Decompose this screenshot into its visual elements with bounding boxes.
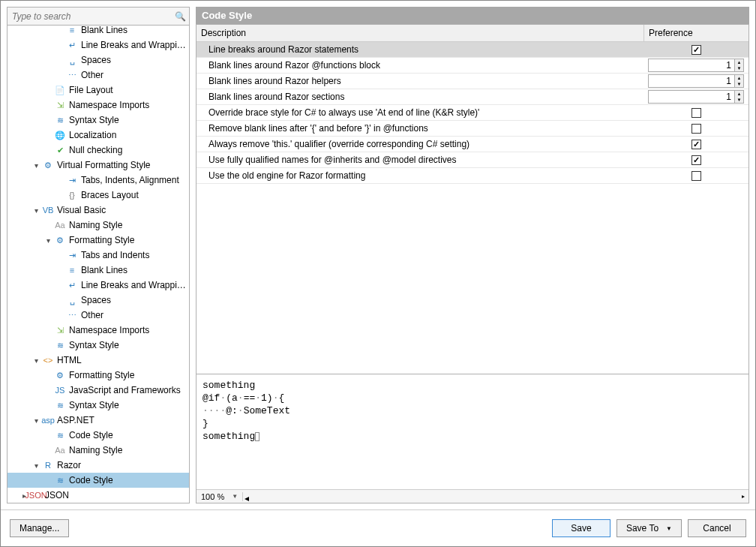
- checkbox[interactable]: [692, 155, 701, 165]
- tree-item[interactable]: ↵Line Breaks and Wrapping: [8, 278, 189, 293]
- row-pref: [644, 45, 748, 55]
- node-icon: ⇲: [54, 324, 66, 336]
- hscroll-left-icon[interactable]: ◂: [244, 493, 252, 500]
- node-icon: ␣: [66, 54, 78, 66]
- number-spinner[interactable]: ▲▼: [648, 59, 744, 72]
- node-icon: VB: [42, 204, 54, 216]
- grid-row[interactable]: Remove blank lines after '{' and before …: [196, 121, 748, 137]
- grid-row[interactable]: Blank lines around Razor @functions bloc…: [196, 58, 748, 74]
- collapse-icon[interactable]: ▾: [32, 416, 40, 425]
- tree-label: Other: [81, 310, 104, 320]
- tree-item[interactable]: ▾<>HTML: [8, 353, 189, 368]
- node-icon: ⚙: [54, 369, 66, 381]
- zoom-dropdown[interactable]: 100 % ▼: [196, 492, 243, 501]
- tree-item[interactable]: ⇲Namespace Imports: [8, 323, 189, 338]
- checkbox[interactable]: [692, 171, 701, 181]
- node-icon: ⋯: [66, 69, 78, 81]
- node-icon: 🌐: [54, 129, 66, 141]
- checkbox[interactable]: [692, 124, 701, 134]
- tree-item[interactable]: ≋Syntax Style: [8, 338, 189, 353]
- collapse-icon[interactable]: ▾: [32, 461, 40, 470]
- grid-row[interactable]: Blank lines around Razor sections▲▼: [196, 89, 748, 105]
- grid-row[interactable]: Always remove 'this.' qualifier (overrid…: [196, 137, 748, 152]
- tree-item[interactable]: ≡Blank Lines: [8, 26, 189, 38]
- tree-item[interactable]: ⇲Namespace Imports: [8, 98, 189, 113]
- search-icon[interactable]: 🔍: [172, 9, 188, 24]
- tree-item[interactable]: ≡Blank Lines: [8, 263, 189, 278]
- search-box: 🔍: [8, 8, 189, 26]
- tree-item[interactable]: 📄File Layout: [8, 83, 189, 98]
- nav-tree[interactable]: ≡Blank Lines↵Line Breaks and Wrapping␣Sp…: [8, 26, 189, 503]
- spinner-input[interactable]: [649, 91, 734, 103]
- tree-item[interactable]: ⋯Other: [8, 308, 189, 323]
- grid-row[interactable]: Blank lines around Razor helpers▲▼: [196, 74, 748, 89]
- save-button[interactable]: Save: [552, 519, 610, 537]
- grid-row[interactable]: Override brace style for C# to always us…: [196, 105, 748, 121]
- checkbox[interactable]: [692, 108, 701, 118]
- spinner-up[interactable]: ▲: [735, 59, 743, 65]
- row-pref: [644, 140, 748, 149]
- collapse-icon[interactable]: ▾: [32, 206, 40, 215]
- node-icon: R: [42, 459, 54, 471]
- spinner-up[interactable]: ▲: [735, 91, 743, 97]
- cancel-button[interactable]: Cancel: [688, 519, 746, 537]
- tree-item[interactable]: ▾RRazor: [8, 458, 189, 473]
- tree-item[interactable]: ↵Line Breaks and Wrapping: [8, 38, 189, 53]
- tree-item[interactable]: ␣Spaces: [8, 293, 189, 308]
- tree-item[interactable]: ⋯Other: [8, 68, 189, 83]
- col-header-pref[interactable]: Preference: [644, 25, 748, 41]
- node-icon: ↵: [66, 279, 78, 291]
- tree-item[interactable]: ▾VBVisual Basic: [8, 203, 189, 218]
- spinner-input[interactable]: [649, 75, 734, 87]
- tree-label: Namespace Imports: [69, 325, 149, 335]
- row-desc: Blank lines around Razor helpers: [196, 76, 644, 86]
- search-input[interactable]: [8, 9, 172, 24]
- grid-row[interactable]: Line breaks around Razor statements: [196, 42, 748, 58]
- node-icon: ⋯: [66, 309, 78, 321]
- tree-item[interactable]: AaNaming Style: [8, 443, 189, 458]
- spinner-down[interactable]: ▼: [735, 65, 743, 71]
- tree-item[interactable]: {}Braces Layout: [8, 188, 189, 203]
- collapse-icon[interactable]: ▾: [32, 161, 40, 170]
- tree-item[interactable]: ≋Code Style: [8, 428, 189, 443]
- right-panel: Code Style Description Preference Line b…: [196, 7, 749, 503]
- tree-item[interactable]: ▾aspASP.NET: [8, 413, 189, 428]
- tree-item[interactable]: ▾⚙Formatting Style: [8, 233, 189, 248]
- node-icon: ≡: [66, 26, 78, 36]
- grid-row[interactable]: Use the old engine for Razor formatting: [196, 168, 748, 184]
- tree-item[interactable]: ✔Null checking: [8, 143, 189, 158]
- tree-item[interactable]: ␣Spaces: [8, 53, 189, 68]
- tree-item[interactable]: ⇥Tabs, Indents, Alignment: [8, 173, 189, 188]
- col-header-desc[interactable]: Description: [196, 25, 644, 41]
- tree-item[interactable]: JSJavaScript and Frameworks: [8, 383, 189, 398]
- collapse-icon[interactable]: ▾: [32, 356, 40, 365]
- spinner-input[interactable]: [649, 59, 734, 71]
- spinner-down[interactable]: ▼: [735, 97, 743, 103]
- spinner-down[interactable]: ▼: [735, 81, 743, 87]
- manage-button[interactable]: Manage...: [10, 519, 69, 537]
- preview-code[interactable]: something @if·(a·==·1)·{ ····@:·SomeText…: [196, 374, 748, 489]
- hscroll-right-icon[interactable]: ▸: [738, 491, 748, 502]
- tree-item[interactable]: ▾⚙Virtual Formatting Style: [8, 158, 189, 173]
- tree-item[interactable]: ≋Code Style: [8, 473, 189, 488]
- tree-item[interactable]: 🌐Localization: [8, 128, 189, 143]
- number-spinner[interactable]: ▲▼: [648, 74, 744, 88]
- tree-item[interactable]: ≋Syntax Style: [8, 113, 189, 128]
- row-pref: [644, 171, 748, 181]
- checkbox[interactable]: [692, 45, 701, 55]
- spinner-up[interactable]: ▲: [735, 75, 743, 81]
- collapse-icon[interactable]: ▾: [44, 236, 52, 245]
- tree-item[interactable]: ⚙Formatting Style: [8, 368, 189, 383]
- tree-item[interactable]: ⇥Tabs and Indents: [8, 248, 189, 263]
- checkbox[interactable]: [692, 140, 701, 149]
- save-to-label: Save To: [626, 523, 658, 533]
- node-icon: ≋: [54, 474, 66, 486]
- grid-row[interactable]: Use fully qualified names for @inherits …: [196, 152, 748, 168]
- number-spinner[interactable]: ▲▼: [648, 90, 744, 104]
- tree-item[interactable]: ≋Syntax Style: [8, 398, 189, 413]
- tree-item[interactable]: AaNaming Style: [8, 218, 189, 233]
- node-icon: <>: [42, 354, 54, 366]
- row-desc: Use the old engine for Razor formatting: [196, 170, 644, 181]
- save-to-button[interactable]: Save To ▼: [616, 519, 682, 537]
- tree-item[interactable]: ▸JSONJSON: [8, 488, 189, 503]
